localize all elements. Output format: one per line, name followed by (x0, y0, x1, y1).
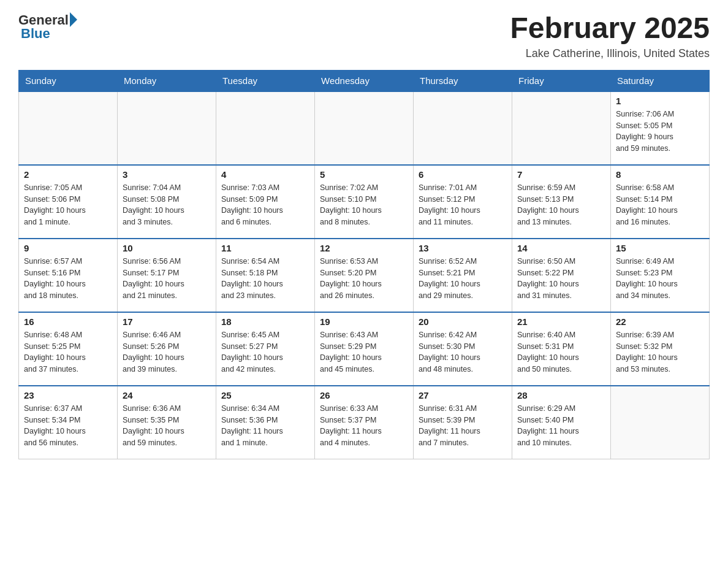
calendar-cell: 28Sunrise: 6:29 AM Sunset: 5:40 PM Dayli… (512, 386, 611, 459)
day-info: Sunrise: 6:39 AM Sunset: 5:32 PM Dayligh… (616, 329, 704, 375)
day-info: Sunrise: 6:45 AM Sunset: 5:27 PM Dayligh… (221, 329, 309, 375)
day-info: Sunrise: 6:59 AM Sunset: 5:13 PM Dayligh… (517, 182, 605, 228)
calendar-cell: 1Sunrise: 7:06 AM Sunset: 5:05 PM Daylig… (611, 91, 710, 165)
day-info: Sunrise: 6:33 AM Sunset: 5:37 PM Dayligh… (320, 403, 408, 449)
calendar-cell: 27Sunrise: 6:31 AM Sunset: 5:39 PM Dayli… (414, 386, 512, 459)
day-number: 20 (419, 316, 507, 327)
calendar-cell: 21Sunrise: 6:40 AM Sunset: 5:31 PM Dayli… (512, 312, 611, 386)
day-number: 28 (517, 390, 605, 400)
weekday-header-sunday: Sunday (19, 70, 118, 91)
week-row-4: 16Sunrise: 6:48 AM Sunset: 5:25 PM Dayli… (19, 312, 710, 386)
weekday-header-row: SundayMondayTuesdayWednesdayThursdayFrid… (19, 70, 710, 91)
day-number: 14 (517, 243, 605, 253)
day-info: Sunrise: 6:56 AM Sunset: 5:17 PM Dayligh… (123, 256, 211, 302)
calendar-cell: 25Sunrise: 6:34 AM Sunset: 5:36 PM Dayli… (216, 386, 315, 459)
day-number: 6 (419, 169, 507, 180)
calendar-cell: 9Sunrise: 6:57 AM Sunset: 5:16 PM Daylig… (19, 239, 118, 312)
day-number: 5 (320, 169, 408, 180)
calendar-cell: 8Sunrise: 6:58 AM Sunset: 5:14 PM Daylig… (611, 165, 710, 239)
calendar-cell: 26Sunrise: 6:33 AM Sunset: 5:37 PM Dayli… (315, 386, 414, 459)
day-info: Sunrise: 7:04 AM Sunset: 5:08 PM Dayligh… (123, 182, 211, 228)
page-title: February 2025 (510, 12, 710, 45)
weekday-header-tuesday: Tuesday (216, 70, 315, 91)
day-info: Sunrise: 6:54 AM Sunset: 5:18 PM Dayligh… (221, 256, 309, 302)
day-number: 4 (221, 169, 309, 180)
day-info: Sunrise: 7:02 AM Sunset: 5:10 PM Dayligh… (320, 182, 408, 228)
day-info: Sunrise: 6:52 AM Sunset: 5:21 PM Dayligh… (419, 256, 507, 302)
day-info: Sunrise: 6:50 AM Sunset: 5:22 PM Dayligh… (517, 256, 605, 302)
weekday-header-friday: Friday (512, 70, 611, 91)
calendar-cell: 3Sunrise: 7:04 AM Sunset: 5:08 PM Daylig… (118, 165, 216, 239)
week-row-3: 9Sunrise: 6:57 AM Sunset: 5:16 PM Daylig… (19, 239, 710, 312)
day-info: Sunrise: 6:29 AM Sunset: 5:40 PM Dayligh… (517, 403, 605, 449)
day-number: 23 (24, 390, 112, 400)
calendar-cell (216, 91, 315, 165)
calendar-cell: 15Sunrise: 6:49 AM Sunset: 5:23 PM Dayli… (611, 239, 710, 312)
week-row-1: 1Sunrise: 7:06 AM Sunset: 5:05 PM Daylig… (19, 91, 710, 165)
day-info: Sunrise: 7:06 AM Sunset: 5:05 PM Dayligh… (616, 109, 704, 155)
calendar-cell (512, 91, 611, 165)
week-row-5: 23Sunrise: 6:37 AM Sunset: 5:34 PM Dayli… (19, 386, 710, 459)
day-number: 24 (123, 390, 211, 400)
day-number: 13 (419, 243, 507, 253)
day-number: 15 (616, 243, 704, 253)
weekday-header-monday: Monday (118, 70, 216, 91)
day-number: 25 (221, 390, 309, 400)
day-info: Sunrise: 6:36 AM Sunset: 5:35 PM Dayligh… (123, 403, 211, 449)
day-info: Sunrise: 7:03 AM Sunset: 5:09 PM Dayligh… (221, 182, 309, 228)
weekday-header-saturday: Saturday (611, 70, 710, 91)
logo-arrow-icon (70, 12, 77, 27)
day-number: 11 (221, 243, 309, 253)
calendar-cell (611, 386, 710, 459)
calendar-cell: 12Sunrise: 6:53 AM Sunset: 5:20 PM Dayli… (315, 239, 414, 312)
calendar-cell: 19Sunrise: 6:43 AM Sunset: 5:29 PM Dayli… (315, 312, 414, 386)
calendar-cell: 14Sunrise: 6:50 AM Sunset: 5:22 PM Dayli… (512, 239, 611, 312)
calendar-cell: 24Sunrise: 6:36 AM Sunset: 5:35 PM Dayli… (118, 386, 216, 459)
calendar-cell: 20Sunrise: 6:42 AM Sunset: 5:30 PM Dayli… (414, 312, 512, 386)
day-info: Sunrise: 6:46 AM Sunset: 5:26 PM Dayligh… (123, 329, 211, 375)
calendar-cell (118, 91, 216, 165)
day-number: 27 (419, 390, 507, 400)
day-number: 21 (517, 316, 605, 327)
calendar-cell: 16Sunrise: 6:48 AM Sunset: 5:25 PM Dayli… (19, 312, 118, 386)
day-number: 1 (616, 96, 704, 106)
calendar-cell: 2Sunrise: 7:05 AM Sunset: 5:06 PM Daylig… (19, 165, 118, 239)
day-number: 19 (320, 316, 408, 327)
calendar-cell: 17Sunrise: 6:46 AM Sunset: 5:26 PM Dayli… (118, 312, 216, 386)
calendar-cell: 22Sunrise: 6:39 AM Sunset: 5:32 PM Dayli… (611, 312, 710, 386)
day-number: 9 (24, 243, 112, 253)
calendar-cell: 5Sunrise: 7:02 AM Sunset: 5:10 PM Daylig… (315, 165, 414, 239)
calendar-cell: 10Sunrise: 6:56 AM Sunset: 5:17 PM Dayli… (118, 239, 216, 312)
day-number: 3 (123, 169, 211, 180)
day-number: 17 (123, 316, 211, 327)
day-number: 12 (320, 243, 408, 253)
day-info: Sunrise: 6:53 AM Sunset: 5:20 PM Dayligh… (320, 256, 408, 302)
day-info: Sunrise: 6:37 AM Sunset: 5:34 PM Dayligh… (24, 403, 112, 449)
page-subtitle: Lake Catherine, Illinois, United States (510, 47, 710, 60)
day-info: Sunrise: 6:48 AM Sunset: 5:25 PM Dayligh… (24, 329, 112, 375)
logo: General Blue (18, 12, 77, 42)
day-info: Sunrise: 6:40 AM Sunset: 5:31 PM Dayligh… (517, 329, 605, 375)
day-number: 10 (123, 243, 211, 253)
calendar-cell: 4Sunrise: 7:03 AM Sunset: 5:09 PM Daylig… (216, 165, 315, 239)
weekday-header-wednesday: Wednesday (315, 70, 414, 91)
calendar-cell: 13Sunrise: 6:52 AM Sunset: 5:21 PM Dayli… (414, 239, 512, 312)
day-number: 16 (24, 316, 112, 327)
day-number: 26 (320, 390, 408, 400)
calendar-cell (414, 91, 512, 165)
logo-blue-text: Blue (21, 26, 50, 42)
day-info: Sunrise: 6:42 AM Sunset: 5:30 PM Dayligh… (419, 329, 507, 375)
page-header: General Blue February 2025 Lake Catherin… (18, 12, 710, 60)
calendar-table: SundayMondayTuesdayWednesdayThursdayFrid… (18, 70, 710, 460)
calendar-cell (19, 91, 118, 165)
calendar-cell: 11Sunrise: 6:54 AM Sunset: 5:18 PM Dayli… (216, 239, 315, 312)
day-info: Sunrise: 6:58 AM Sunset: 5:14 PM Dayligh… (616, 182, 704, 228)
calendar-cell: 23Sunrise: 6:37 AM Sunset: 5:34 PM Dayli… (19, 386, 118, 459)
day-info: Sunrise: 6:31 AM Sunset: 5:39 PM Dayligh… (419, 403, 507, 449)
day-number: 7 (517, 169, 605, 180)
day-info: Sunrise: 6:57 AM Sunset: 5:16 PM Dayligh… (24, 256, 112, 302)
day-info: Sunrise: 7:01 AM Sunset: 5:12 PM Dayligh… (419, 182, 507, 228)
day-number: 22 (616, 316, 704, 327)
day-info: Sunrise: 6:43 AM Sunset: 5:29 PM Dayligh… (320, 329, 408, 375)
day-info: Sunrise: 7:05 AM Sunset: 5:06 PM Dayligh… (24, 182, 112, 228)
